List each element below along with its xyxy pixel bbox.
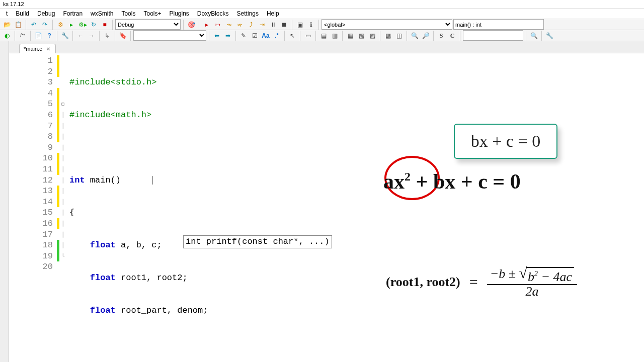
app-title: ks 17.12 (3, 1, 24, 7)
menu-item[interactable]: wxSmith (87, 9, 117, 19)
step-instr-icon[interactable]: ⇥ (257, 20, 267, 30)
editor-tab-bar: *main.c ✕ (9, 41, 644, 53)
goto-input[interactable] (463, 30, 523, 41)
menu-item[interactable]: Tools (117, 9, 139, 19)
regex-icon[interactable]: .* (272, 31, 282, 41)
search-combo[interactable] (133, 30, 206, 41)
wrench-icon[interactable]: 🔧 (60, 31, 70, 41)
scope-select[interactable]: <global> (321, 19, 452, 30)
debug-windows-icon[interactable]: ▣ (295, 20, 305, 30)
comment-block-icon[interactable]: /** (18, 31, 28, 41)
step-out-icon[interactable]: ⤴ (246, 20, 256, 30)
selection-icon[interactable]: ☑ (250, 31, 260, 41)
prev-icon[interactable]: ⬅ (212, 31, 222, 41)
symbol-input[interactable] (453, 19, 544, 30)
menu-item[interactable]: DoxyBlocks (193, 9, 233, 19)
doc-icon[interactable]: 📄 (33, 31, 43, 41)
build-run-icon[interactable]: ⚙▸ (77, 20, 88, 30)
open-icon[interactable]: 📂 (2, 20, 12, 30)
intellisense-tooltip: int printf(const char*, ...) (183, 235, 332, 248)
linear-equation-box: bx + c = 0 (454, 124, 557, 159)
bookmark-icon[interactable]: 🔖 (118, 31, 128, 41)
menu-bar: t Build Debug Fortran wxSmith Tools Tool… (0, 9, 644, 19)
tab-label: *main.c (24, 46, 42, 52)
diff-icon[interactable]: ◐ (2, 31, 12, 41)
menu-item[interactable]: Tools+ (139, 9, 165, 19)
find-file-icon[interactable]: 🔍 (529, 31, 539, 41)
menu-item[interactable]: t (2, 9, 12, 19)
panel2-icon[interactable]: ▥ (330, 31, 340, 41)
build-icon[interactable]: ⚙ (55, 20, 65, 30)
text-cursor (152, 176, 152, 185)
undo-icon[interactable]: ↶ (29, 20, 39, 30)
fold-column: ⊟│││││││││││││└ (59, 53, 66, 362)
toolbar-secondary: ◐ /** 📄 ? 🔧 ← → ↳ 🔖 ⬅ ➡ ✎ ☑ Aa .* ↖ ▭ ▤ … (0, 30, 644, 41)
nav-back-icon[interactable]: ← (75, 31, 86, 41)
menu-item[interactable]: Help (263, 9, 283, 19)
cursor-icon[interactable]: ↖ (287, 31, 297, 41)
title-bar: ks 17.12 (0, 0, 644, 9)
next-icon[interactable]: ➡ (223, 31, 233, 41)
build-target-select[interactable]: Debug (115, 19, 181, 30)
debug-run-icon[interactable]: ▸ (202, 20, 212, 30)
toolbar-main: 📂 📋 ↶ ↷ ⚙ ▸ ⚙▸ ↻ ■ Debug 🎯 ▸ ↦ ⤼ ⤽ ⤴ ⇥ ⏸… (0, 19, 644, 30)
target-icon[interactable]: 🎯 (186, 20, 196, 30)
line-gutter: 1234567891011121314151617181920 (9, 53, 57, 362)
rect1-icon[interactable]: ▭ (303, 31, 313, 41)
panel1-icon[interactable]: ▤ (318, 31, 329, 41)
source-icon[interactable]: S (436, 31, 446, 41)
code-editor[interactable]: 1234567891011121314151617181920 ⊟│││││││… (9, 53, 644, 362)
jump-icon[interactable]: ↳ (102, 31, 112, 41)
code-area[interactable]: #include<stdio.h> #include<math.h> int m… (66, 53, 644, 362)
rebuild-icon[interactable]: ↻ (89, 20, 99, 30)
debug-continue-icon[interactable]: ↦ (213, 20, 223, 30)
zoom-out-icon[interactable]: 🔎 (421, 31, 431, 41)
left-margin (0, 41, 9, 362)
debug-stop-icon[interactable]: ⏹ (279, 20, 289, 30)
redo-icon[interactable]: ↷ (40, 20, 50, 30)
help-icon[interactable]: ? (44, 31, 54, 41)
c-icon[interactable]: C (447, 31, 457, 41)
step-into-icon[interactable]: ⤽ (235, 20, 245, 30)
panel3-icon[interactable]: ▦ (345, 31, 355, 41)
highlight-icon[interactable]: ✎ (238, 31, 249, 41)
close-icon[interactable]: ✕ (45, 46, 51, 52)
case-icon[interactable]: Aa (261, 31, 271, 41)
panel7-icon[interactable]: ◫ (394, 31, 404, 41)
nav-fwd-icon[interactable]: → (87, 31, 97, 41)
settings2-icon[interactable]: 🔧 (544, 31, 554, 41)
break-icon[interactable]: ⏸ (268, 20, 278, 30)
info-icon[interactable]: ℹ (306, 20, 316, 30)
copy-icon[interactable]: 📋 (13, 20, 23, 30)
menu-item[interactable]: Fortran (59, 9, 87, 19)
step-over-icon[interactable]: ⤼ (224, 20, 234, 30)
menu-item[interactable]: Debug (33, 9, 59, 19)
menu-item[interactable]: Settings (233, 9, 263, 19)
zoom-in-icon[interactable]: 🔍 (410, 31, 420, 41)
panel4-icon[interactable]: ▧ (356, 31, 366, 41)
menu-item[interactable]: Plugins (165, 9, 193, 19)
panel6-icon[interactable]: ▩ (383, 31, 393, 41)
run-icon[interactable]: ▸ (66, 20, 76, 30)
panel5-icon[interactable]: ▨ (367, 31, 377, 41)
editor-tab[interactable]: *main.c ✕ (19, 44, 56, 53)
stop-icon[interactable]: ■ (100, 20, 110, 30)
menu-item[interactable]: Build (12, 9, 33, 19)
